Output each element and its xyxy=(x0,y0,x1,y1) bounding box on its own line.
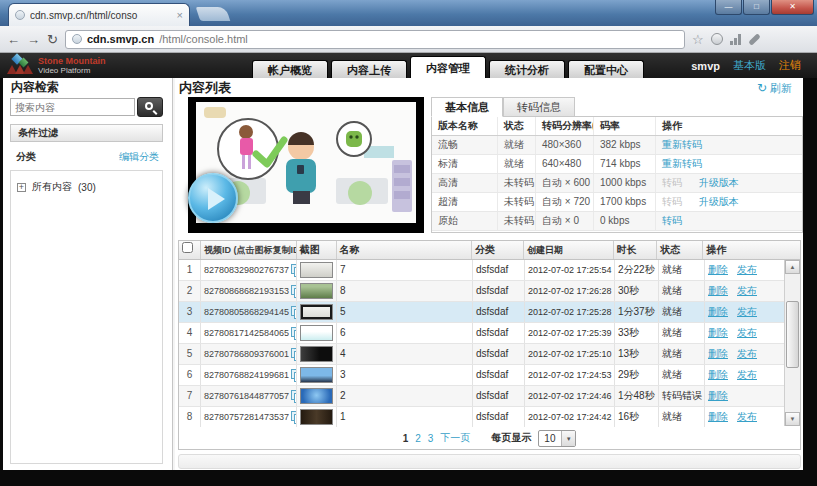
delete-link[interactable]: 删除 xyxy=(708,344,728,364)
table-row-selected[interactable]: 3 82780805868294145 5 dsfsdaf 2012-07-02… xyxy=(179,302,800,323)
search-input[interactable] xyxy=(10,98,135,116)
table-row[interactable]: 7 82780761844877057 2 dsfsdaf 2012-07-02… xyxy=(179,386,800,407)
refresh-icon xyxy=(757,82,770,94)
scrollbar-up-button[interactable] xyxy=(785,260,800,274)
window-frame-bottom xyxy=(0,470,817,486)
table-row[interactable]: 2 82780868682193153 8 dsfsdaf 2012-07-02… xyxy=(179,281,800,302)
refresh-link[interactable]: 刷新 xyxy=(757,81,792,96)
logo-line1: Stone Mountain xyxy=(38,56,106,66)
new-tab-button[interactable] xyxy=(196,7,231,21)
nav-tab-statistics[interactable]: 统计分析 xyxy=(489,60,565,78)
select-all-checkbox[interactable] xyxy=(182,242,193,253)
publish-link[interactable]: 发布 xyxy=(737,344,757,364)
plan-link[interactable]: 基本版 xyxy=(733,58,766,73)
video-thumbnail[interactable] xyxy=(300,304,333,320)
browser-tab[interactable]: cdn.smvp.cn/html/conso × xyxy=(8,3,190,26)
logout-link[interactable]: 注销 xyxy=(779,58,801,73)
delete-link[interactable]: 删除 xyxy=(708,365,728,385)
window-close-button[interactable]: ✕ xyxy=(771,0,814,15)
publish-link[interactable]: 发布 xyxy=(737,365,757,385)
signal-bars-icon[interactable] xyxy=(730,34,741,45)
table-row[interactable]: 1 82780832980276737 7 dsfsdaf 2012-07-02… xyxy=(179,260,800,281)
play-button[interactable] xyxy=(188,173,238,223)
bookmark-star-icon[interactable] xyxy=(692,30,704,48)
publish-link[interactable]: 发布 xyxy=(737,323,757,343)
page-number-link[interactable]: 3 xyxy=(428,433,434,444)
category-label: 分类 xyxy=(16,150,36,164)
tree-item-all-content[interactable]: 所有内容 (30) xyxy=(11,171,162,203)
nav-tab-account-overview[interactable]: 帐户概览 xyxy=(252,60,328,78)
footer-strip xyxy=(178,454,801,469)
retranscode-link[interactable]: 重新转码 xyxy=(662,158,702,169)
upgrade-version-link[interactable]: 升级版本 xyxy=(699,177,739,188)
tab-basic-info[interactable]: 基本信息 xyxy=(431,97,503,117)
delete-link[interactable]: 删除 xyxy=(708,323,728,343)
window-maximize-button[interactable]: □ xyxy=(743,0,770,15)
video-thumbnail[interactable] xyxy=(300,283,333,299)
scrollbar-thumb[interactable] xyxy=(786,301,799,368)
delete-link[interactable]: 删除 xyxy=(708,386,728,406)
content-main: 内容列表 刷新 xyxy=(175,78,806,470)
page-number-current[interactable]: 1 xyxy=(403,433,409,444)
table-row[interactable]: 4 82780817142584065 6 dsfsdaf 2012-07-02… xyxy=(179,323,800,344)
tab-transcode-info[interactable]: 转码信息 xyxy=(503,97,575,117)
console-page: 内容检索 条件过滤 分类 编辑分类 所有内容 (30) 内容列表 刷新 xyxy=(3,78,803,470)
dropdown-arrow-icon[interactable] xyxy=(561,431,575,446)
nav-tab-content-upload[interactable]: 内容上传 xyxy=(331,60,407,78)
edit-category-link[interactable]: 编辑分类 xyxy=(119,150,159,164)
video-thumbnail[interactable] xyxy=(300,367,333,383)
window-frame-right xyxy=(803,78,817,470)
tab-favicon-globe-icon xyxy=(15,10,25,20)
window-minimize-button[interactable]: — xyxy=(715,0,742,15)
delete-link[interactable]: 删除 xyxy=(708,281,728,301)
search-icon xyxy=(145,102,153,110)
video-thumbnail[interactable] xyxy=(300,325,333,341)
page-number-link[interactable]: 2 xyxy=(415,433,421,444)
tab-close-icon[interactable]: × xyxy=(177,10,183,20)
address-bar[interactable]: cdn.smvp.cn/html/console.html xyxy=(65,30,685,49)
logo[interactable]: Stone Mountain Video Platform xyxy=(7,55,106,75)
url-favicon-globe-icon xyxy=(72,34,82,44)
transcode-row: 标清 就绪 640×480 714 kbps 重新转码 xyxy=(432,155,802,174)
publish-link[interactable]: 发布 xyxy=(737,407,757,427)
publish-link[interactable]: 发布 xyxy=(737,302,757,322)
table-row[interactable]: 8 82780757281473537 1 dsfsdaf 2012-07-02… xyxy=(179,407,800,428)
table-row[interactable]: 5 82780786809376001 4 dsfsdaf 2012-07-02… xyxy=(179,344,800,365)
logo-line2: Video Platform xyxy=(38,66,106,75)
delete-link[interactable]: 删除 xyxy=(708,260,728,280)
transcode-link-disabled: 转码 xyxy=(662,177,682,188)
reload-button-icon[interactable] xyxy=(47,30,58,48)
upgrade-version-link[interactable]: 升级版本 xyxy=(699,196,739,207)
delete-link[interactable]: 删除 xyxy=(708,302,728,322)
globe-icon[interactable] xyxy=(711,33,723,45)
scrollbar-down-button[interactable] xyxy=(785,412,800,426)
back-button-icon[interactable] xyxy=(7,33,20,46)
publish-link[interactable]: 发布 xyxy=(737,281,757,301)
nav-tab-content-management[interactable]: 内容管理 xyxy=(410,56,486,78)
table-scrollbar[interactable] xyxy=(784,260,800,426)
video-thumbnail[interactable] xyxy=(300,346,333,362)
tab-title: cdn.smvp.cn/html/conso xyxy=(30,10,172,21)
search-button[interactable] xyxy=(137,97,163,117)
tree-item-label: 所有内容 xyxy=(32,180,72,194)
video-player[interactable] xyxy=(188,97,424,233)
per-page-value: 10 xyxy=(539,433,561,444)
video-thumbnail[interactable] xyxy=(300,388,333,404)
video-thumbnail[interactable] xyxy=(300,409,333,425)
video-thumbnail[interactable] xyxy=(300,262,333,278)
transcode-link[interactable]: 转码 xyxy=(662,215,682,226)
forward-button-icon[interactable] xyxy=(27,33,40,46)
arrow-up-icon xyxy=(790,264,796,270)
retranscode-link[interactable]: 重新转码 xyxy=(662,139,702,150)
video-list-table: 视频ID (点击图标复制ID) 截图 名称 分类 创建日期 时长 状态 操作 1… xyxy=(178,240,801,427)
per-page-select[interactable]: 10 xyxy=(538,430,576,447)
transcode-row: 流畅 就绪 480×360 382 kbps 重新转码 xyxy=(432,136,802,155)
next-page-link[interactable]: 下一页 xyxy=(440,431,470,445)
nav-tab-config-center[interactable]: 配置中心 xyxy=(568,60,644,78)
delete-link[interactable]: 删除 xyxy=(708,407,728,427)
expand-icon[interactable] xyxy=(17,183,26,192)
wrench-menu-icon[interactable] xyxy=(748,33,761,46)
site-nav: Stone Mountain Video Platform 帐户概览 内容上传 … xyxy=(0,53,817,78)
publish-link[interactable]: 发布 xyxy=(737,260,757,280)
table-row[interactable]: 6 82780768824199681 3 dsfsdaf 2012-07-02… xyxy=(179,365,800,386)
